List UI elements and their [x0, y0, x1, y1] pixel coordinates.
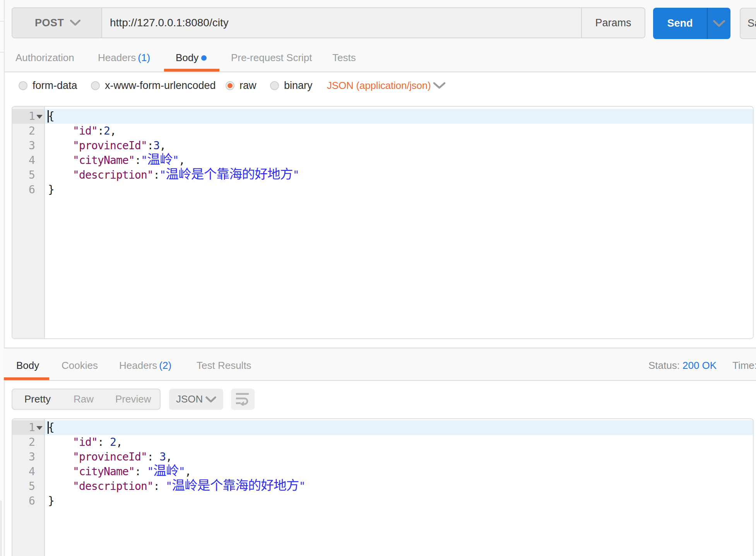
chevron-down-icon — [205, 396, 216, 403]
radio-x-www-form-urlencoded[interactable]: x-www-form-urlencoded — [91, 76, 216, 95]
code-line[interactable]: "cityName": "温岭", — [12, 464, 753, 479]
code-line[interactable]: "description":"温岭是个靠海的好地方" — [12, 168, 753, 182]
url-text: http://127.0.0.1:8080/city — [110, 17, 229, 29]
radio-binary[interactable]: binary — [270, 76, 313, 95]
editor-gutter: 123456 — [12, 419, 45, 556]
tab-authorization[interactable]: Authorization — [4, 38, 86, 72]
radio-icon — [19, 81, 27, 90]
chevron-down-icon — [433, 82, 446, 89]
fold-caret-icon[interactable] — [36, 426, 43, 430]
tab-pre-request-script[interactable]: Pre-request Script — [219, 38, 324, 72]
content-type-dropdown[interactable]: JSON (application/json) — [327, 76, 458, 95]
line-number: 2 — [12, 124, 44, 138]
radio-form-data[interactable]: form-data — [19, 76, 77, 95]
params-label: Params — [595, 17, 631, 29]
chevron-down-icon — [70, 20, 80, 26]
code-line[interactable]: "description": "温岭是个靠海的好地方" — [12, 479, 753, 494]
tab-body[interactable]: Body — [164, 38, 219, 72]
line-number: 3 — [12, 450, 44, 464]
url-bar: POST http://127.0.0.1:8080/city Params — [12, 7, 645, 38]
view-raw[interactable]: Raw — [74, 389, 94, 409]
sidebar-scrollbar-thumb[interactable] — [0, 501, 2, 556]
sidebar-edge-line — [0, 52, 4, 53]
status-label: Status: — [648, 348, 680, 380]
status-value[interactable]: 200 OK — [682, 348, 717, 380]
code-line[interactable]: "id": 2, — [12, 435, 753, 450]
postman-window: POST http://127.0.0.1:8080/city Params S… — [0, 0, 756, 556]
request-builder-header: POST http://127.0.0.1:8080/city Params S… — [5, 0, 756, 72]
radio-raw[interactable]: raw — [226, 76, 257, 95]
radio-icon — [91, 81, 100, 90]
radio-icon — [226, 81, 234, 90]
line-number: 3 — [12, 138, 44, 153]
code-line[interactable]: "provinceId":3, — [12, 138, 753, 153]
line-number: 4 — [12, 153, 44, 168]
method-label: POST — [35, 17, 64, 29]
sidebar-edge-line — [0, 21, 4, 22]
code-line[interactable]: "id":2, — [12, 124, 753, 138]
format-dropdown[interactable]: JSON — [169, 389, 223, 410]
body-type-row: form-data x-www-form-urlencoded raw bina… — [5, 76, 756, 95]
text-cursor — [48, 110, 49, 123]
editor-gutter: 123456 — [12, 107, 45, 338]
radio-icon — [270, 81, 279, 90]
line-number: 5 — [12, 479, 44, 494]
fold-caret-icon[interactable] — [36, 115, 43, 119]
text-cursor — [48, 421, 49, 434]
send-label-area[interactable]: Send — [653, 8, 707, 39]
save-button[interactable]: Save — [740, 8, 756, 39]
wrap-text-button[interactable] — [231, 389, 255, 410]
params-button[interactable]: Params — [581, 8, 645, 38]
chevron-down-icon — [713, 20, 725, 27]
response-view-row: Pretty Raw Preview JSON — [12, 389, 756, 410]
line-number: 2 — [12, 435, 44, 450]
code-line[interactable]: { — [12, 420, 753, 435]
view-mode-control: Pretty Raw Preview — [12, 389, 161, 410]
line-number: 5 — [12, 168, 44, 182]
save-label: Save — [747, 17, 756, 29]
code-line[interactable]: "cityName":"温岭", — [12, 153, 753, 168]
time-label: Time: — [732, 348, 756, 380]
body-modified-dot — [201, 55, 207, 61]
send-button[interactable]: Send — [653, 8, 730, 39]
response-meta: Status: 200 OK Time: — [4, 348, 756, 380]
request-tabs: Authorization Headers(1) Body Pre-reques… — [5, 38, 756, 72]
sidebar-edge — [0, 0, 5, 556]
line-number: 6 — [12, 182, 44, 197]
send-label: Send — [667, 17, 693, 29]
code-line[interactable]: { — [12, 109, 753, 124]
wrap-text-icon — [236, 393, 250, 406]
line-number: 6 — [12, 494, 44, 508]
headers-count: (1) — [138, 52, 150, 64]
code-line[interactable]: } — [12, 494, 753, 508]
method-dropdown[interactable]: POST — [12, 8, 102, 38]
send-options-button[interactable] — [707, 8, 730, 39]
tab-headers[interactable]: Headers(1) — [86, 38, 162, 72]
response-header: Body Cookies Headers(2) Test Results Sta… — [4, 348, 756, 381]
response-body-editor[interactable]: 123456{ "id": 2, "provinceId": 3, "cityN… — [12, 418, 754, 556]
view-pretty[interactable]: Pretty — [24, 389, 51, 409]
view-preview[interactable]: Preview — [115, 389, 151, 409]
request-body-editor[interactable]: 123456{ "id":2, "provinceId":3, "cityNam… — [12, 106, 754, 339]
code-line[interactable]: } — [12, 182, 753, 197]
line-number: 4 — [12, 464, 44, 479]
tab-tests[interactable]: Tests — [321, 38, 368, 72]
url-input[interactable]: http://127.0.0.1:8080/city — [102, 8, 581, 38]
code-line[interactable]: "provinceId": 3, — [12, 450, 753, 464]
